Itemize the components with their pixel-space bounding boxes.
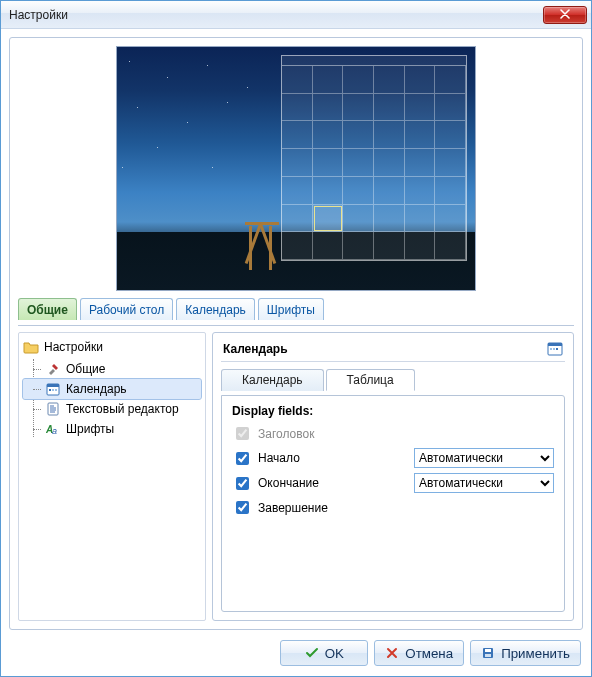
close-button[interactable]	[543, 6, 587, 24]
svg-rect-12	[556, 348, 558, 350]
tab-general[interactable]: Общие	[18, 298, 77, 320]
dropdown-end[interactable]: Автоматически	[414, 473, 554, 493]
tree-root[interactable]: Настройки	[23, 339, 201, 355]
tree-item-label: Текстовый редактор	[66, 402, 179, 416]
svg-rect-2	[49, 389, 51, 391]
settings-tree[interactable]: Настройки Общие	[18, 332, 206, 621]
section-title: Календарь	[223, 342, 288, 356]
tree-item-label: Календарь	[66, 382, 127, 396]
tab-calendar[interactable]: Календарь	[176, 298, 255, 320]
field-row-end: Окончание Автоматически	[232, 473, 554, 493]
section-header: Календарь	[221, 341, 565, 362]
tree-item-label: Общие	[66, 362, 105, 376]
field-row-completion: Завершение	[232, 498, 554, 517]
field-label: Окончание	[258, 476, 319, 490]
desktop-preview	[116, 46, 476, 291]
field-row-start: Начало Автоматически	[232, 448, 554, 468]
checkbox-start[interactable]	[236, 452, 249, 465]
main-panel: Общие Рабочий стол Календарь Шрифты Наст…	[9, 37, 583, 630]
field-row-title: Заголовок	[232, 424, 554, 443]
calendar-preview-grid	[281, 55, 467, 261]
check-icon	[305, 646, 319, 660]
main-tabstrip: Общие Рабочий стол Календарь Шрифты	[18, 297, 574, 319]
save-icon	[481, 646, 495, 660]
folder-icon	[23, 339, 39, 355]
preview-wrap	[18, 46, 574, 291]
tools-icon	[45, 361, 61, 377]
tree-item-general[interactable]: Общие	[23, 359, 201, 379]
window-title: Настройки	[9, 8, 543, 22]
ok-button[interactable]: OK	[280, 640, 368, 666]
svg-rect-9	[548, 343, 562, 346]
display-fields-label: Display fields:	[232, 404, 554, 418]
svg-rect-1	[47, 384, 59, 387]
tab-desktop[interactable]: Рабочий стол	[80, 298, 173, 320]
svg-rect-5	[48, 403, 58, 415]
field-label: Завершение	[258, 501, 328, 515]
tree-item-text-editor[interactable]: Текстовый редактор	[23, 399, 201, 419]
document-icon	[45, 401, 61, 417]
svg-rect-3	[52, 389, 54, 391]
tree-item-calendar[interactable]: Календарь	[23, 379, 201, 399]
svg-rect-14	[485, 649, 491, 652]
client-area: Общие Рабочий стол Календарь Шрифты Наст…	[1, 29, 591, 676]
checkbox-title	[236, 427, 249, 440]
svg-rect-4	[55, 389, 57, 391]
dropdown-start[interactable]: Автоматически	[414, 448, 554, 468]
tab-fonts[interactable]: Шрифты	[258, 298, 324, 320]
svg-rect-15	[485, 654, 491, 657]
field-label: Начало	[258, 451, 300, 465]
field-label: Заголовок	[258, 427, 314, 441]
apply-button[interactable]: Применить	[470, 640, 581, 666]
detail-tabstrip: Календарь Таблица	[221, 368, 565, 390]
detail-content: Display fields: Заголовок Начало	[221, 395, 565, 612]
detail-pane: Календарь Календарь Таблица Display fiel…	[212, 332, 574, 621]
calendar-small-icon	[45, 381, 61, 397]
tree-root-label: Настройки	[44, 340, 103, 354]
detail-tab-calendar[interactable]: Календарь	[221, 369, 324, 391]
svg-rect-10	[550, 348, 552, 350]
cancel-button[interactable]: Отмена	[374, 640, 464, 666]
tree-item-fonts[interactable]: Aa Шрифты	[23, 419, 201, 439]
checkbox-end[interactable]	[236, 477, 249, 490]
tree-item-label: Шрифты	[66, 422, 114, 436]
settings-window: Настройки	[0, 0, 592, 677]
calendar-header-icon	[547, 341, 563, 357]
content-row: Настройки Общие	[18, 325, 574, 621]
close-icon	[560, 8, 570, 22]
font-icon: Aa	[45, 421, 61, 437]
cancel-icon	[385, 646, 399, 660]
dialog-buttons: OK Отмена Применить	[9, 636, 583, 668]
svg-rect-11	[553, 348, 555, 350]
titlebar: Настройки	[1, 1, 591, 29]
checkbox-completion[interactable]	[236, 501, 249, 514]
detail-tab-table[interactable]: Таблица	[326, 369, 415, 391]
svg-text:a: a	[52, 426, 57, 436]
